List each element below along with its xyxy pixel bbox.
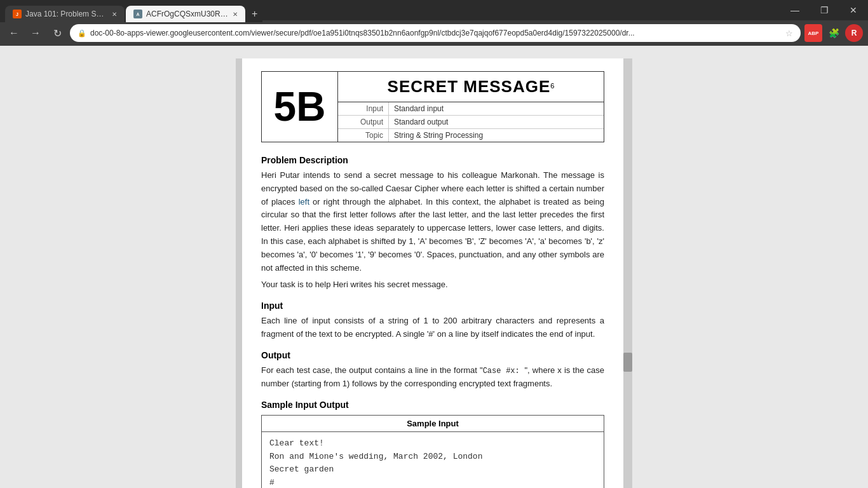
problem-title-section: SECRET MESSAGE6 Input Standard input Out… xyxy=(338,72,604,142)
maximize-button[interactable]: ❐ xyxy=(810,0,839,20)
tab-label-acm: ACFrOgCQSxmU30RN1HiZTMq... xyxy=(146,10,229,18)
left-panel xyxy=(236,58,242,488)
topic-label: Topic xyxy=(338,129,389,142)
window-controls: — ❐ ✕ xyxy=(780,0,868,20)
becomes-A: becomes xyxy=(429,236,463,246)
sample-io-title: Sample Input Output xyxy=(261,400,604,410)
problem-title-row: SECRET MESSAGE6 xyxy=(338,72,604,102)
sample-input-line-4: # xyxy=(269,478,275,487)
extensions-button[interactable]: 🧩 xyxy=(825,24,843,42)
problem-header: 5B SECRET MESSAGE6 Input Standard input … xyxy=(261,71,604,142)
top-bar: J Java 101: Problem Solving Practi... ✕ … xyxy=(0,0,868,20)
new-tab-button[interactable]: + xyxy=(247,6,262,22)
problem-title-text: SECRET MESSAGE xyxy=(388,77,551,96)
back-button[interactable]: ← xyxy=(5,24,23,42)
refresh-button[interactable]: ↻ xyxy=(48,24,66,42)
close-button[interactable]: ✕ xyxy=(839,0,868,20)
input-label: Input xyxy=(338,102,389,115)
becomes-a: becomes xyxy=(548,236,582,246)
problem-number: 5B xyxy=(262,72,338,142)
right-scrollbar[interactable] xyxy=(623,58,632,488)
problem-title-sub: 6 xyxy=(550,82,554,90)
sample-input-table: Sample Input Clear text! Ron and Mione's… xyxy=(261,415,604,488)
address-bar-row: ← → ↻ 🔒 doc-00-8o-apps-viewer.googleuser… xyxy=(0,20,868,46)
tab-label-java: Java 101: Problem Solving Practi... xyxy=(25,10,108,18)
info-row-output: Output Standard output xyxy=(338,116,604,129)
tab-java[interactable]: J Java 101: Problem Solving Practi... ✕ xyxy=(5,6,125,22)
output-format-code: Case #x: xyxy=(483,367,525,376)
page-wrapper: 5B SECRET MESSAGE6 Input Standard input … xyxy=(0,46,868,488)
input-section-text: Each line of input consists of a string … xyxy=(261,315,604,341)
problem-description-text: Heri Putar intends to send a secret mess… xyxy=(261,169,604,274)
info-row-input: Input Standard input xyxy=(338,102,604,116)
page-content: 5B SECRET MESSAGE6 Input Standard input … xyxy=(242,58,623,488)
input-value: Standard input xyxy=(389,102,449,115)
address-text: doc-00-8o-apps-viewer.googleusercontent.… xyxy=(90,29,782,37)
sample-input-code: Clear text! Ron and Mione's wedding, Mar… xyxy=(262,431,604,488)
scrollbar-thumb[interactable] xyxy=(623,353,632,372)
sample-input-header: Sample Input xyxy=(262,415,604,431)
tab-favicon-acm: A xyxy=(133,10,142,18)
output-section-text: For each test case, the output contains … xyxy=(261,364,604,391)
star-icon[interactable]: ☆ xyxy=(785,29,793,38)
tab-close-java[interactable]: ✕ xyxy=(112,11,117,18)
problem-number-text: 5B xyxy=(274,86,326,127)
tab-close-acm[interactable]: ✕ xyxy=(233,11,238,18)
sample-input-line-2: Ron and Mione's wedding, March 2002, Lon… xyxy=(269,452,482,461)
forward-button[interactable]: → xyxy=(27,24,44,42)
link-left: left xyxy=(299,197,309,207)
sample-input-line-1: Clear text! xyxy=(269,438,324,448)
tab-acm[interactable]: A ACFrOgCQSxmU30RN1HiZTMq... ✕ xyxy=(126,6,245,22)
becomes-9: becomes xyxy=(378,250,412,259)
address-bar[interactable]: 🔒 doc-00-8o-apps-viewer.googleuserconten… xyxy=(70,24,801,42)
info-table: Input Standard input Output Standard out… xyxy=(338,102,604,142)
sample-input-line-3: Secret garden xyxy=(269,464,334,474)
topic-value: String & String Processing xyxy=(389,129,488,142)
browser-chrome: J Java 101: Problem Solving Practi... ✕ … xyxy=(0,0,868,46)
problem-description-title: Problem Description xyxy=(261,155,604,165)
minimize-button[interactable]: — xyxy=(780,0,810,20)
tab-favicon-java: J xyxy=(13,10,22,18)
browser-actions: ABP 🧩 R xyxy=(804,24,863,42)
profile-button[interactable]: R xyxy=(845,24,863,42)
problem-description-last: Your task is to help Heri writes his sec… xyxy=(261,278,604,292)
output-value: Standard output xyxy=(389,116,453,128)
output-section-title: Output xyxy=(261,350,604,360)
output-label: Output xyxy=(338,116,389,128)
lock-icon: 🔒 xyxy=(78,29,86,37)
input-section-title: Input xyxy=(261,301,604,311)
tab-bar: J Java 101: Problem Solving Practi... ✕ … xyxy=(0,0,262,22)
info-row-topic: Topic String & String Processing xyxy=(338,129,604,142)
adblock-button[interactable]: ABP xyxy=(804,24,822,42)
